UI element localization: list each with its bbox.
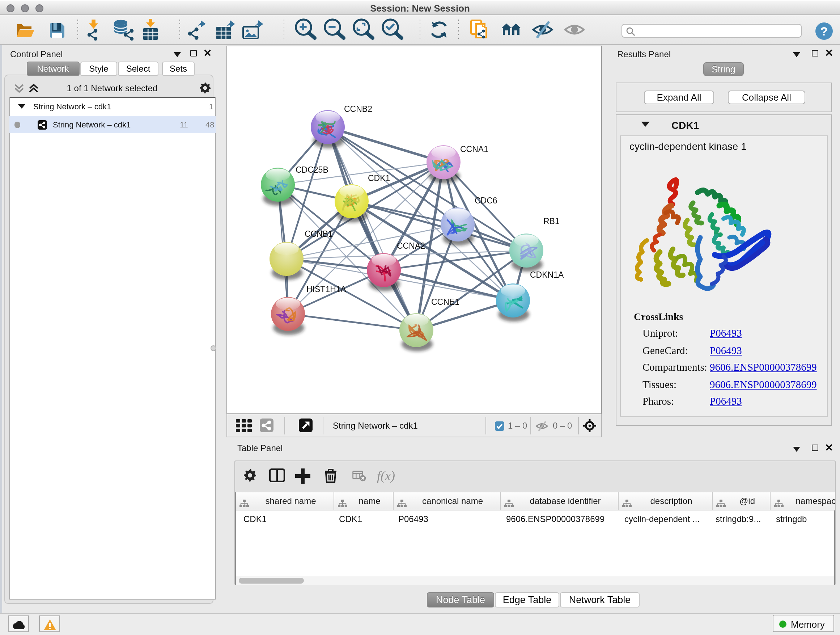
svg-text:CCNB1: CCNB1 bbox=[305, 229, 333, 239]
svg-text:CCNE1: CCNE1 bbox=[431, 297, 459, 307]
svg-text:CDKN1A: CDKN1A bbox=[530, 270, 564, 279]
svg-text:CCNA1: CCNA1 bbox=[460, 144, 488, 154]
svg-text:CCNA2: CCNA2 bbox=[397, 241, 425, 250]
svg-text:RB1: RB1 bbox=[543, 217, 560, 226]
svg-text:HIST1H1A: HIST1H1A bbox=[306, 285, 347, 294]
svg-text:CDC6: CDC6 bbox=[475, 196, 497, 205]
svg-text:CDC25B: CDC25B bbox=[295, 165, 328, 174]
svg-text:CDK1: CDK1 bbox=[368, 173, 390, 183]
svg-text:CCNB2: CCNB2 bbox=[344, 104, 372, 114]
svg-text:f(x): f(x) bbox=[377, 469, 395, 483]
svg-text:?: ? bbox=[821, 24, 828, 38]
